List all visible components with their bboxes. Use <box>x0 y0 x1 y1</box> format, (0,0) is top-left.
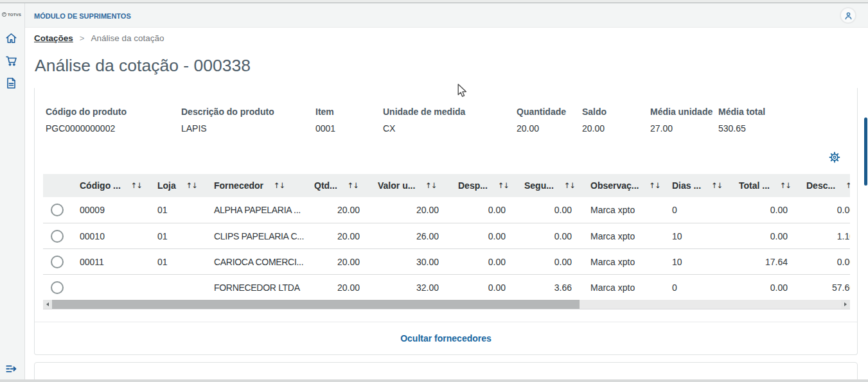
sort-icon[interactable]: ↑↓ <box>131 181 142 190</box>
cell-desconto: 0.00 <box>792 205 850 215</box>
totvs-logo-icon <box>2 12 6 17</box>
module-title: MÓDULO DE SUPRIMENTOS <box>34 12 131 20</box>
row-radio[interactable] <box>51 281 64 294</box>
field-label-saldo: Saldo <box>582 107 650 117</box>
app-header: MÓDULO DE SUPRIMENTOS <box>25 3 868 28</box>
field-label-descricao-produto: Descrição do produto <box>181 107 315 117</box>
document-icon <box>5 77 17 89</box>
table-header-dias[interactable]: Dias ...↑↓ <box>658 180 725 191</box>
cell-total: 0.00 <box>725 205 792 215</box>
scroll-left-arrow-icon <box>46 302 49 306</box>
cell-desconto: 1.10 <box>792 231 850 241</box>
field-label-item: Item <box>315 107 383 117</box>
breadcrumb-current: Análise da cotação <box>91 33 164 43</box>
table-header-qtd[interactable]: Qtd...↑↓ <box>300 180 364 191</box>
field-label-quantidade: Quantidade <box>517 107 582 117</box>
cell-total: 17.64 <box>725 257 792 267</box>
page-title: Análise da cotação - 000338 <box>35 56 251 76</box>
table-header-fornecedor[interactable]: Fornecedor↑↓ <box>209 180 300 191</box>
cell-fornecedor: CARIOCA COMERCI... <box>209 257 300 267</box>
sort-icon[interactable]: ↑↓ <box>846 181 850 190</box>
cell-qtd: 20.00 <box>300 231 364 241</box>
field-value-media-total: 530.65 <box>718 123 795 134</box>
table-horizontal-scrollbar[interactable] <box>43 300 850 309</box>
breadcrumb-separator: > <box>80 33 85 43</box>
sort-icon[interactable]: ↑↓ <box>186 181 197 190</box>
cell-seguro: 3.66 <box>510 282 576 293</box>
bottom-strip <box>0 379 868 382</box>
sidebar-item-purchases[interactable] <box>5 55 17 67</box>
table-header-observacao[interactable]: Observaç...↑↓ <box>576 180 658 191</box>
cell-qtd: 20.00 <box>300 282 364 293</box>
cell-observacao: Marca xpto <box>576 205 658 215</box>
field-value-unidade-medida: CX <box>383 123 517 134</box>
cell-codigo: 00010 <box>73 231 152 241</box>
cell-desconto: 57.60 <box>792 282 850 293</box>
scrollbar-thumb[interactable] <box>52 300 580 309</box>
field-value-saldo: 20.00 <box>582 123 650 134</box>
cell-dias: 10 <box>658 257 725 267</box>
cell-dias: 10 <box>658 231 725 241</box>
table-header-seguro[interactable]: Segu...↑↓ <box>510 180 576 191</box>
row-radio[interactable] <box>51 204 64 216</box>
quotation-card: Código do produto Descrição do produto I… <box>34 88 858 355</box>
gear-icon <box>829 152 840 163</box>
field-label-codigo-produto: Código do produto <box>46 107 181 117</box>
table-header-despesas[interactable]: Desp...↑↓ <box>444 180 510 191</box>
sort-icon[interactable]: ↑↓ <box>564 181 575 190</box>
cell-fornecedor: CLIPS PAPELARIA C... <box>209 231 300 241</box>
totvs-logo: TOTVS <box>2 11 24 17</box>
table-header-total[interactable]: Total ...↑↓ <box>725 180 792 191</box>
table-header-codigo[interactable]: Código ...↑↓ <box>73 180 152 191</box>
breadcrumb-link-cotacoes[interactable]: Cotações <box>34 33 73 43</box>
sort-icon[interactable]: ↑↓ <box>425 181 436 190</box>
scroll-left-button[interactable] <box>43 300 52 309</box>
cell-observacao: Marca xpto <box>576 282 658 293</box>
table-settings-button[interactable] <box>829 152 840 163</box>
cell-qtd: 20.00 <box>300 257 364 267</box>
cell-valor-unitario: 20.00 <box>364 205 444 215</box>
field-value-codigo-produto: PGC0000000002 <box>46 123 181 134</box>
sidebar-item-documents[interactable] <box>5 77 17 89</box>
sort-icon[interactable]: ↑↓ <box>274 181 285 190</box>
suppliers-table: Código ...↑↓ Loja↑↓ Fornecedor↑↓ Qtd...↑… <box>43 174 850 300</box>
cell-despesas: 0.00 <box>444 231 510 241</box>
table-header-desconto[interactable]: Desc...↑↓ <box>792 180 850 191</box>
table-header-loja[interactable]: Loja↑↓ <box>152 180 209 191</box>
scroll-right-button[interactable] <box>841 300 850 309</box>
row-radio[interactable] <box>51 230 64 243</box>
table-row: 00011 01 CARIOCA COMERCI... 20.00 30.00 … <box>43 248 850 274</box>
breadcrumb: Cotações > Análise da cotação <box>34 33 164 43</box>
cell-dias: 0 <box>658 205 725 215</box>
totvs-logo-text: TOTVS <box>8 12 21 17</box>
user-icon <box>844 11 853 21</box>
sidebar-item-home[interactable] <box>5 32 17 44</box>
field-value-quantidade: 20.00 <box>517 123 582 134</box>
user-avatar-button[interactable] <box>840 7 856 24</box>
cell-desconto: 0.00 <box>792 257 850 267</box>
sort-icon[interactable]: ↑↓ <box>498 181 509 190</box>
sort-icon[interactable]: ↑↓ <box>780 181 791 190</box>
row-radio[interactable] <box>51 256 64 268</box>
field-value-item: 0001 <box>315 123 383 134</box>
cell-seguro: 0.00 <box>510 231 576 241</box>
sort-icon[interactable]: ↑↓ <box>348 181 359 190</box>
sidebar-expand-button[interactable] <box>5 363 17 375</box>
table-row: 00009 01 ALPHA PAPELARIA ... 20.00 20.00… <box>43 197 850 223</box>
cell-despesas: 0.00 <box>444 257 510 267</box>
cell-loja: 01 <box>152 257 209 267</box>
cell-total: 0.00 <box>725 282 792 293</box>
hide-suppliers-link[interactable]: Ocultar fornecedores <box>400 333 492 343</box>
cell-total: 0.00 <box>725 231 792 241</box>
table-header-valor-unitario[interactable]: Valor u...↑↓ <box>364 180 444 191</box>
field-label-media-total: Média total <box>718 107 795 117</box>
page-vertical-scrollbar-thumb[interactable] <box>864 117 867 186</box>
product-field-labels: Código do produto Descrição do produto I… <box>46 107 795 117</box>
card-footer: Ocultar fornecedores <box>35 322 857 354</box>
table-bottom-border <box>43 309 850 309</box>
sort-icon[interactable]: ↑↓ <box>711 181 722 190</box>
table-row: FORNECEDOR LTDA 20.00 32.00 0.00 3.66 Ma… <box>43 274 850 300</box>
cart-icon <box>5 55 17 67</box>
cell-qtd: 20.00 <box>300 205 364 215</box>
cell-fornecedor: FORNECEDOR LTDA <box>209 282 300 293</box>
